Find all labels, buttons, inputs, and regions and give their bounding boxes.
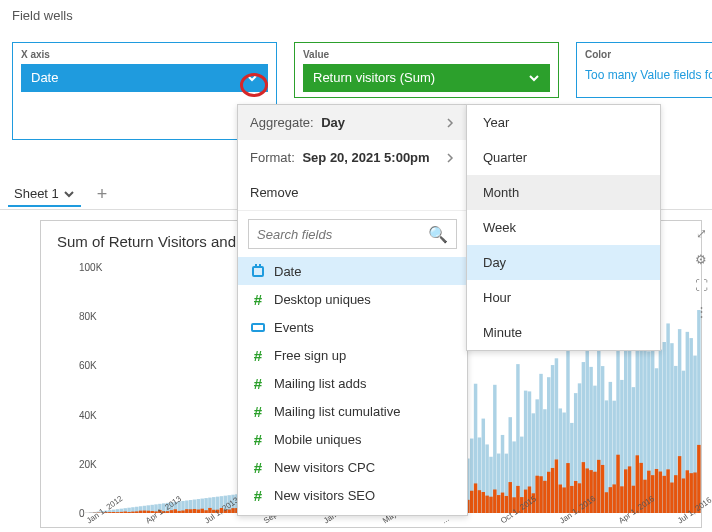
svg-rect-206 (478, 490, 481, 513)
ytick: 80K (79, 311, 81, 322)
svg-rect-204 (474, 483, 477, 513)
aggregate-option-quarter[interactable]: Quarter (467, 140, 660, 175)
field-item-label: Events (274, 320, 314, 335)
xaxis-chip-date[interactable]: Date (21, 64, 268, 92)
field-item-date[interactable]: Date (238, 257, 467, 285)
svg-rect-284 (628, 466, 631, 513)
field-item-new-visitors-seo[interactable]: #New visitors SEO (238, 481, 467, 509)
add-sheet-button[interactable]: + (89, 184, 116, 205)
field-item-desktop-uniques[interactable]: #Desktop uniques (238, 285, 467, 313)
sheet-tab-1[interactable]: Sheet 1 (8, 182, 81, 207)
chevron-down-icon (528, 72, 540, 84)
field-item-free-sign-up[interactable]: #Free sign up (238, 341, 467, 369)
field-item-label: Mobile uniques (274, 432, 361, 447)
field-item-mailing-list-adds[interactable]: #Mailing list adds (238, 369, 467, 397)
hash-icon: # (250, 487, 266, 503)
field-item-mobile-uniques[interactable]: #Mobile uniques (238, 425, 467, 453)
chevron-down-icon (63, 188, 75, 200)
field-item-mailing-list-cumulative[interactable]: #Mailing list cumulative (238, 397, 467, 425)
aggregate-option-month[interactable]: Month (467, 175, 660, 210)
svg-rect-212 (489, 497, 492, 513)
menu-remove[interactable]: Remove (238, 175, 467, 210)
xaxis-chip-text: Date (31, 64, 58, 92)
gear-icon[interactable]: ⚙ (692, 250, 710, 268)
svg-rect-296 (651, 475, 654, 513)
svg-rect-26 (131, 512, 134, 513)
svg-rect-280 (620, 486, 623, 513)
svg-rect-218 (501, 493, 504, 513)
menu-format[interactable]: Format: Sep 20, 2021 5:00pm (238, 140, 467, 175)
svg-rect-202 (470, 491, 473, 513)
field-item-label: Free sign up (274, 348, 346, 363)
chevron-down-icon (246, 72, 258, 84)
value-chip-text: Return visitors (Sum) (313, 64, 435, 92)
field-list: Date#Desktop uniquesEvents#Free sign up#… (238, 257, 467, 515)
svg-rect-214 (493, 489, 496, 513)
fieldwell-color-empty: Too many Value fields fo (585, 64, 712, 82)
svg-rect-244 (551, 468, 554, 513)
expand-icon[interactable]: ⤢ (692, 224, 710, 242)
box-icon (250, 319, 266, 335)
svg-rect-282 (624, 469, 627, 513)
aggregate-option-minute[interactable]: Minute (467, 315, 660, 350)
ytick: 60K (79, 360, 81, 371)
aggregate-option-year[interactable]: Year (467, 105, 660, 140)
hash-icon: # (250, 291, 266, 307)
svg-rect-246 (555, 459, 558, 513)
svg-rect-242 (547, 472, 550, 513)
aggregate-option-hour[interactable]: Hour (467, 280, 660, 315)
maximize-icon[interactable]: ⛶ (692, 276, 710, 294)
svg-rect-268 (597, 460, 600, 513)
svg-rect-278 (616, 455, 619, 513)
svg-rect-216 (497, 495, 500, 513)
chevron-right-icon (445, 118, 455, 128)
svg-rect-302 (663, 476, 666, 513)
svg-rect-240 (543, 481, 546, 513)
menu-aggregate[interactable]: Aggregate: Day (238, 105, 467, 140)
aggregate-option-day[interactable]: Day (467, 245, 660, 280)
value-chip-return-visitors[interactable]: Return visitors (Sum) (303, 64, 550, 92)
fieldwell-value-label: Value (303, 49, 550, 60)
hash-icon: # (250, 347, 266, 363)
svg-rect-250 (562, 487, 565, 513)
svg-rect-310 (678, 456, 681, 513)
svg-rect-304 (666, 469, 669, 513)
svg-rect-32 (143, 511, 146, 513)
svg-rect-78 (231, 508, 234, 513)
svg-rect-56 (189, 509, 192, 513)
svg-rect-276 (612, 484, 615, 513)
field-item-label: Mailing list adds (274, 376, 367, 391)
field-item-events[interactable]: Events (238, 313, 467, 341)
svg-rect-16 (112, 512, 115, 513)
svg-rect-24 (127, 512, 130, 513)
svg-rect-314 (686, 470, 689, 513)
chevron-right-icon (445, 153, 455, 163)
menu-format-value: Sep 20, 2021 5:00pm (302, 150, 429, 165)
search-icon: 🔍 (428, 225, 448, 244)
svg-rect-48 (174, 509, 177, 513)
hash-icon: # (250, 431, 266, 447)
svg-rect-60 (197, 510, 200, 513)
ytick: 100K (79, 262, 81, 273)
svg-rect-22 (124, 512, 127, 513)
field-item-label: Desktop uniques (274, 292, 371, 307)
svg-rect-274 (609, 487, 612, 513)
svg-rect-30 (139, 511, 142, 513)
ytick: 20K (79, 458, 81, 469)
fieldwell-color-label: Color (585, 49, 712, 60)
svg-rect-20 (120, 512, 123, 513)
search-input[interactable] (257, 227, 428, 242)
svg-rect-306 (670, 483, 673, 513)
more-icon[interactable]: ⋮ (692, 302, 710, 320)
field-item-label: Date (274, 264, 301, 279)
svg-rect-308 (674, 475, 677, 513)
search-fields[interactable]: 🔍 (248, 219, 457, 249)
aggregate-option-week[interactable]: Week (467, 210, 660, 245)
svg-rect-64 (204, 510, 207, 513)
field-item-label: Mailing list cumulative (274, 404, 400, 419)
field-item-new-visitors-cpc[interactable]: #New visitors CPC (238, 453, 467, 481)
svg-rect-300 (659, 472, 662, 513)
vis-toolbar: ⤢ ⚙ ⛶ ⋮ (692, 224, 710, 320)
ytick: 40K (79, 409, 81, 420)
fieldwell-xaxis-label: X axis (21, 49, 268, 60)
